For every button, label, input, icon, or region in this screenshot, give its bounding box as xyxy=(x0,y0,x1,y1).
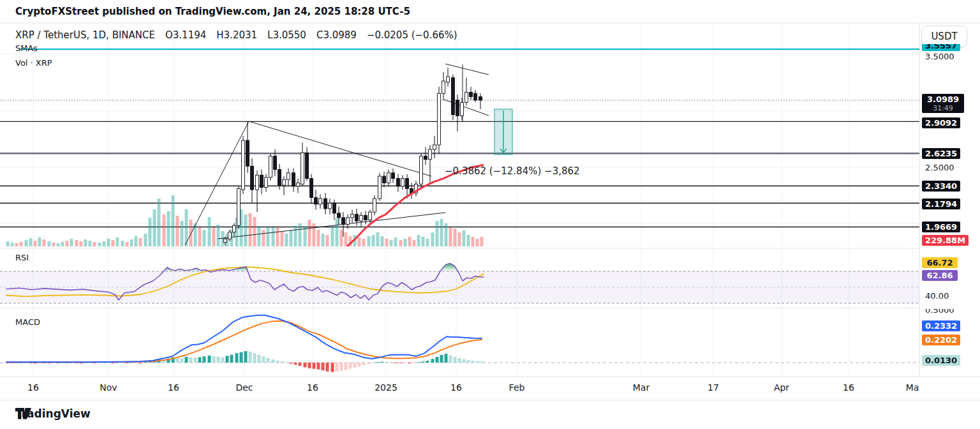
macd-histogram-bar xyxy=(230,355,234,363)
candle-body xyxy=(479,97,482,100)
candle-body xyxy=(401,179,405,186)
volume-bar xyxy=(75,240,78,246)
time-axis-label[interactable]: Ma xyxy=(906,382,919,393)
volume-bar xyxy=(294,226,297,246)
time-axis-label[interactable]: 16 xyxy=(843,382,854,393)
time-axis-label[interactable]: 16 xyxy=(168,382,179,393)
volume-bar xyxy=(217,225,220,246)
rsi-pane-label[interactable]: RSI xyxy=(15,253,29,262)
candle-body xyxy=(265,177,268,188)
candle-body xyxy=(333,203,336,213)
drawn-level-label[interactable]: 3.5557 xyxy=(922,44,960,51)
level-label-2-3340[interactable]: 2.3340 xyxy=(922,181,960,192)
level-label-1-9669[interactable]: 1.9669 xyxy=(922,222,960,232)
volume-bar xyxy=(198,227,202,246)
tradingview-chart-page: CryptoFXStreet published on TradingView.… xyxy=(0,0,980,429)
time-axis-label[interactable]: 16 xyxy=(450,382,462,393)
rsi-ma-label: 66.72 xyxy=(922,257,958,268)
level-label-2-1794[interactable]: 2.1794 xyxy=(922,199,960,209)
volume-bar xyxy=(340,230,343,246)
candle-body xyxy=(456,100,459,116)
candle-body xyxy=(306,153,309,178)
volume-bar xyxy=(38,237,41,246)
symbol-title[interactable]: XRP / TetherUS, 1D, BINANCE xyxy=(15,29,155,41)
time-axis-label[interactable]: Mar xyxy=(633,382,650,393)
volume-bar xyxy=(394,237,397,246)
candle-body xyxy=(256,175,259,190)
tradingview-logo-icon xyxy=(15,407,32,420)
time-axis-label[interactable]: 16 xyxy=(307,382,318,393)
trendline xyxy=(445,64,489,75)
macd-pane-label[interactable]: MACD xyxy=(15,317,40,327)
volume-bar xyxy=(381,236,384,246)
volume-bar xyxy=(126,242,129,246)
macd-histogram-bar xyxy=(390,362,393,363)
time-axis-label[interactable]: Nov xyxy=(100,382,117,393)
volume-bar xyxy=(417,235,420,246)
volume-bar xyxy=(139,238,142,246)
candle-body xyxy=(373,199,376,212)
macd-histogram-bar xyxy=(480,361,484,363)
level-label-2-6235[interactable]: 2.6235 xyxy=(922,148,960,159)
macd-histogram-bar xyxy=(417,362,420,363)
volume-bar xyxy=(144,234,147,246)
macd-histogram-bar xyxy=(244,351,248,363)
macd-signal-label: 0.2202 xyxy=(922,335,960,345)
macd-histogram-bar xyxy=(208,356,211,363)
time-axis-label[interactable]: 2025 xyxy=(375,382,397,393)
macd-histogram-bar xyxy=(198,358,202,363)
macd-histogram-bar xyxy=(385,362,389,363)
ohlc-change: −0.0205 (−0.66%) xyxy=(367,29,457,41)
macd-histogram-bar xyxy=(408,363,412,363)
volume-bar xyxy=(449,227,452,246)
volume-bar xyxy=(181,221,184,246)
smas-legend[interactable]: SMAs xyxy=(15,43,38,53)
volume-bar xyxy=(116,237,119,246)
candle-body xyxy=(237,188,241,225)
time-axis-label[interactable]: 16 xyxy=(27,382,39,393)
volume-bar xyxy=(121,241,124,246)
candle-body xyxy=(329,203,332,209)
candle-body xyxy=(319,199,322,204)
price-tick-3-5: 3.5000 xyxy=(922,51,958,62)
volume-bar xyxy=(322,234,325,246)
volume-bar xyxy=(385,239,389,246)
time-axis-label[interactable]: Feb xyxy=(509,382,525,393)
macd-hist-label: 0.0130 xyxy=(922,355,960,366)
volume-bar xyxy=(208,217,211,246)
chart-canvas xyxy=(0,0,980,429)
volume-bar xyxy=(440,219,443,246)
time-axis-label[interactable]: Apr xyxy=(774,382,789,393)
measure-annotation[interactable]: −0.3862 (−12.84%) −3,862 xyxy=(445,165,580,177)
volume-bar xyxy=(317,230,320,246)
candle-body xyxy=(283,179,286,185)
time-axis-label[interactable]: 17 xyxy=(708,382,719,393)
volume-bar xyxy=(93,242,96,246)
volume-bar xyxy=(15,243,19,246)
volume-bar xyxy=(25,240,28,246)
volume-bar xyxy=(176,216,179,246)
candle-body xyxy=(429,149,432,160)
candle-body xyxy=(392,173,395,179)
macd-histogram-bar xyxy=(322,363,325,370)
symbol-legend[interactable]: XRP / TetherUS, 1D, BINANCE O3.1194 H3.2… xyxy=(15,29,457,41)
volume-bar xyxy=(467,235,470,246)
macd-histogram-bar xyxy=(249,352,252,363)
candle-body xyxy=(433,145,436,149)
candle-body xyxy=(338,213,341,218)
macd-histogram-bar xyxy=(381,362,384,363)
volume-bar xyxy=(336,218,339,246)
macd-histogram-bar xyxy=(308,363,311,368)
volume-bar xyxy=(408,237,412,246)
candle-body xyxy=(397,179,400,186)
volume-bar xyxy=(413,240,416,246)
level-label-2-9092[interactable]: 2.9092 xyxy=(922,117,960,128)
volume-legend[interactable]: Vol · XRP xyxy=(15,58,52,68)
footer-brand[interactable]: TradingView xyxy=(15,407,91,420)
macd-histogram-bar xyxy=(368,363,371,364)
time-axis-label[interactable]: Dec xyxy=(235,382,253,393)
macd-histogram-bar xyxy=(253,353,256,363)
macd-histogram-bar xyxy=(126,363,129,363)
volume-bar xyxy=(267,227,270,246)
volume-bar xyxy=(285,234,288,246)
